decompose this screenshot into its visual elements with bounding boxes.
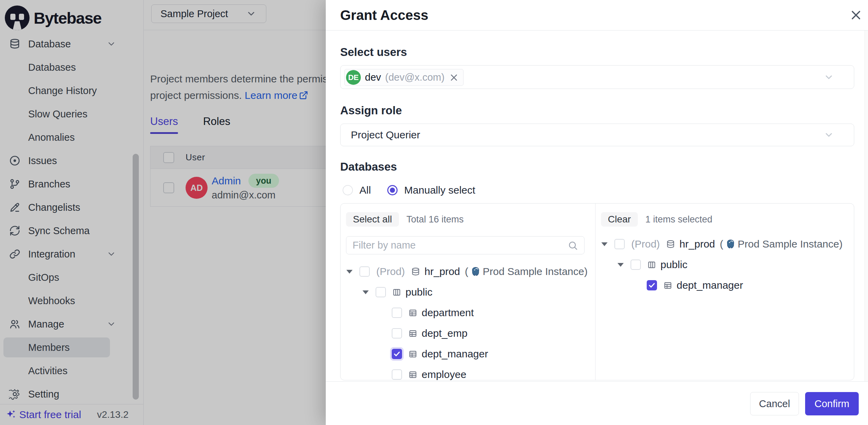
picker-available-panel: Select all Total 16 items (Prod)hr_prod(… (341, 204, 596, 380)
role-select[interactable]: Project Querier (340, 124, 854, 146)
postgresql-icon (470, 266, 481, 277)
database-picker: Select all Total 16 items (Prod)hr_prod(… (340, 203, 854, 380)
select-all-button[interactable]: Select all (346, 212, 399, 227)
tree-row-department[interactable]: department (341, 302, 595, 323)
tree-row-dept_manager[interactable]: dept_manager (596, 275, 854, 296)
tree-node-name: employee (422, 369, 466, 380)
tree-row-hr_prod[interactable]: (Prod)hr_prod(Prod Sample Instance) (341, 261, 595, 282)
table-icon (408, 308, 418, 318)
databases-label: Databases (340, 160, 397, 173)
filter-input-wrap (346, 236, 585, 254)
radio-unselected-icon (343, 185, 353, 195)
tree-node-name: dept_emp (422, 328, 467, 339)
caret-down-icon[interactable] (601, 242, 614, 246)
table-icon (408, 349, 418, 359)
search-icon (568, 240, 578, 251)
chip-user-email: (dev@x.com) (385, 72, 445, 83)
clear-button[interactable]: Clear (601, 212, 638, 227)
tree-node-name: public (405, 286, 432, 298)
tree-row-public[interactable]: public (596, 254, 854, 275)
schema-icon (392, 288, 401, 297)
avatar: DE (346, 70, 361, 85)
grant-access-modal: Grant Access Select users DE dev (dev@x.… (326, 0, 868, 425)
radio-label: Manually select (404, 184, 475, 196)
remove-chip-icon[interactable] (449, 73, 458, 82)
modal-title: Grant Access (340, 8, 428, 23)
total-items-label: Total 16 items (407, 214, 464, 225)
available-tree: (Prod)hr_prod(Prod Sample Instance)publi… (341, 261, 595, 380)
instance-label: (Prod Sample Instance) (465, 266, 588, 277)
checkbox-unchecked[interactable] (631, 260, 641, 270)
table-icon (408, 370, 418, 379)
modal-footer: Cancel Confirm (326, 382, 868, 425)
schema-icon (647, 260, 656, 269)
radio-manually-select[interactable]: Manually select (387, 184, 475, 196)
cancel-button[interactable]: Cancel (750, 392, 799, 415)
database-icon (666, 240, 675, 249)
selected-tree: (Prod)hr_prod(Prod Sample Instance)publi… (596, 234, 854, 380)
postgresql-icon (725, 239, 736, 249)
chip-user-name: dev (365, 72, 381, 83)
tree-node-name: dept_manager (422, 348, 488, 360)
tree-row-hr_prod[interactable]: (Prod)hr_prod(Prod Sample Instance) (596, 234, 854, 254)
radio-all[interactable]: All (343, 184, 371, 196)
tree-row-public[interactable]: public (341, 282, 595, 302)
checkbox-checked[interactable] (647, 280, 657, 290)
caret-down-icon[interactable] (363, 290, 376, 294)
checkbox-checked[interactable] (392, 349, 402, 359)
database-icon (411, 267, 420, 276)
checkbox-unchecked[interactable] (614, 239, 625, 249)
radio-label: All (359, 184, 371, 196)
select-users-input[interactable]: DE dev (dev@x.com) (340, 65, 854, 89)
instance-label: (Prod Sample Instance) (720, 238, 843, 250)
close-icon[interactable] (850, 9, 862, 21)
checkbox-unchecked[interactable] (376, 287, 386, 297)
tree-node-name: dept_manager (677, 279, 743, 291)
checkbox-unchecked[interactable] (392, 369, 402, 380)
environment-label: (Prod) (631, 238, 660, 250)
caret-down-icon[interactable] (617, 263, 631, 267)
caret-down-icon[interactable] (346, 270, 359, 274)
checkbox-unchecked[interactable] (359, 266, 370, 277)
confirm-button[interactable]: Confirm (805, 392, 859, 415)
role-select-value: Project Querier (351, 129, 420, 141)
select-users-label: Select users (340, 46, 407, 59)
table-icon (663, 281, 672, 290)
selected-count-label: 1 items selected (645, 214, 712, 225)
tree-node-name: hr_prod (679, 238, 715, 250)
checkbox-unchecked[interactable] (392, 328, 402, 338)
user-chip: DE dev (dev@x.com) (344, 69, 464, 86)
radio-selected-icon (387, 185, 398, 195)
checkbox-unchecked[interactable] (392, 308, 402, 318)
filter-input[interactable] (346, 237, 584, 254)
tree-node-name: hr_prod (424, 266, 460, 277)
environment-label: (Prod) (376, 266, 405, 277)
tree-row-dept_emp[interactable]: dept_emp (341, 323, 595, 344)
header-divider (326, 30, 868, 31)
tree-node-name: public (660, 259, 687, 271)
chevron-down-icon (824, 72, 834, 82)
chevron-down-icon (824, 130, 834, 140)
database-scope-radios: AllManually select (343, 184, 475, 196)
table-icon (408, 329, 418, 338)
modal-scrollbar[interactable] (865, 31, 868, 381)
assign-role-label: Assign role (340, 104, 402, 117)
tree-row-dept_manager[interactable]: dept_manager (341, 344, 595, 364)
picker-selected-panel: Clear 1 items selected (Prod)hr_prod(Pro… (596, 204, 854, 380)
tree-node-name: department (422, 307, 474, 319)
tree-row-employee[interactable]: employee (341, 364, 595, 380)
